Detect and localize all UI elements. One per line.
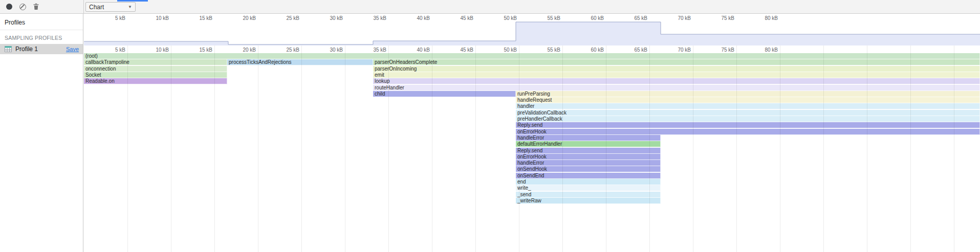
frame-label: routeHandler: [375, 85, 404, 90]
ruler-tick-label: 75 kB: [721, 15, 734, 21]
chevron-down-icon: ▼: [128, 5, 132, 9]
ruler-tick-label: 65 kB: [634, 15, 647, 21]
frame-label: handleError: [517, 135, 544, 141]
frame-label: Reply.send: [517, 122, 542, 128]
flame-frame[interactable]: _send: [516, 192, 661, 198]
flame-frame[interactable]: defaultErrorHandler: [516, 141, 661, 147]
frame-label: handler: [517, 103, 534, 109]
frame-label: onErrorHook: [517, 129, 547, 134]
flame-frame[interactable]: handleError: [516, 135, 661, 141]
ruler-tick-label: 40 kB: [417, 47, 430, 53]
sidebar-title: Profiles: [0, 14, 83, 30]
flame-frame[interactable]: onconnection: [84, 66, 227, 72]
profile-list-item[interactable]: Profile 1 Save: [0, 44, 83, 54]
flame-frame[interactable]: callbackTrampoline: [84, 59, 227, 65]
frame-label: lookup: [375, 78, 389, 84]
ruler-tick-label: 65 kB: [634, 47, 647, 53]
heap-profile-icon: [4, 45, 12, 53]
memory-overview[interactable]: 5 kB10 kB15 kB20 kB25 kB30 kB35 kB40 kB4…: [84, 14, 980, 45]
frame-label: processTicksAndRejections: [229, 59, 291, 65]
frame-label: Socket: [85, 72, 101, 78]
ruler-tick-label: 30 kB: [330, 47, 343, 53]
flame-frame[interactable]: processTicksAndRejections: [227, 59, 373, 65]
delete-profile-button[interactable]: [29, 1, 42, 13]
flame-frame[interactable]: handleRequest: [516, 97, 980, 103]
frame-label: parserOnIncoming: [375, 66, 417, 72]
ruler-tick-label: 70 kB: [678, 15, 691, 21]
flame-frame[interactable]: onErrorHook: [516, 154, 661, 160]
frame-label: end: [517, 179, 526, 185]
frame-label: _send: [517, 192, 531, 197]
frame-label: (root): [85, 53, 98, 59]
frame-label: preValidationCallback: [517, 110, 567, 116]
profile-name: Profile 1: [15, 45, 38, 53]
flame-frame[interactable]: emit: [373, 72, 980, 78]
flame-frame[interactable]: parserOnIncoming: [373, 66, 980, 72]
ruler-tick-label: 35 kB: [373, 15, 386, 21]
frame-label: child: [375, 91, 385, 97]
profiles-sidebar: Profiles SAMPLING PROFILES Profile 1 Sav…: [0, 14, 83, 252]
flame-frame[interactable]: onErrorHook: [516, 129, 980, 135]
ruler-tick-label: 10 kB: [156, 47, 169, 53]
flame-frame[interactable]: preHandlerCallback: [516, 116, 980, 122]
overview-ruler: 5 kB10 kB15 kB20 kB25 kB30 kB35 kB40 kB4…: [84, 14, 980, 21]
frame-label: Reply.send: [517, 148, 542, 153]
ruler-tick-label: 15 kB: [199, 47, 212, 53]
ruler-tick-label: 10 kB: [156, 15, 169, 21]
flame-frame[interactable]: parserOnHeadersComplete: [373, 59, 980, 65]
flame-frame[interactable]: lookup: [373, 78, 980, 84]
flame-frame[interactable]: onSendEnd: [516, 173, 661, 179]
ruler-tick-label: 80 kB: [765, 15, 778, 21]
ruler-tick-label: 15 kB: [199, 15, 212, 21]
ruler-tick-label: 25 kB: [286, 15, 299, 21]
record-heap-profile-button[interactable]: [3, 1, 16, 13]
ruler-tick-label: 60 kB: [591, 47, 604, 53]
frame-label: preHandlerCallback: [517, 116, 562, 122]
frame-label: write_: [517, 185, 531, 191]
ruler-tick-label: 60 kB: [591, 15, 604, 21]
frame-label: runPreParsing: [517, 91, 550, 97]
frame-label: onconnection: [85, 66, 116, 72]
ruler-tick-label: 75 kB: [721, 47, 734, 53]
flame-frame[interactable]: Socket: [84, 72, 227, 78]
ruler-tick-label: 30 kB: [330, 15, 343, 21]
flame-frame[interactable]: routeHandler: [373, 85, 980, 91]
frame-label: emit: [375, 72, 384, 78]
frame-label: handleRequest: [517, 97, 552, 103]
ruler-tick-label: 50 kB: [504, 47, 517, 53]
view-mode-value: Chart: [89, 4, 104, 11]
toolbar-separator: [83, 0, 84, 14]
flame-frame[interactable]: end: [516, 179, 661, 185]
flame-frame[interactable]: preValidationCallback: [516, 110, 980, 116]
flame-frame[interactable]: Readable.on: [84, 78, 227, 84]
frame-label: onErrorHook: [517, 154, 547, 159]
frame-label: defaultErrorHandler: [517, 141, 562, 147]
flame-frame[interactable]: handleError: [516, 160, 661, 166]
save-profile-link[interactable]: Save: [66, 46, 79, 52]
flame-frame[interactable]: onSendHook: [516, 166, 661, 172]
flame-frame[interactable]: Reply.send: [516, 122, 980, 128]
flame-ruler: 5 kB10 kB15 kB20 kB25 kB30 kB35 kB40 kB4…: [84, 45, 980, 53]
flame-frame[interactable]: child: [373, 91, 516, 97]
frame-label: _writeRaw: [517, 198, 541, 203]
clear-all-profiles-button[interactable]: [16, 1, 29, 13]
flame-frame[interactable]: _writeRaw: [516, 198, 661, 204]
sampling-profiles-section-label: SAMPLING PROFILES: [0, 30, 83, 44]
devtools-memory-panel: Chart ▼ Profiles SAMPLING PROFILES Profi…: [0, 0, 980, 252]
flame-rows: (root)callbackTrampolineprocessTicksAndR…: [84, 53, 980, 252]
record-icon: [6, 4, 12, 10]
flame-frame[interactable]: runPreParsing: [516, 91, 980, 97]
toolbar: Chart ▼: [0, 0, 980, 14]
view-mode-select[interactable]: Chart ▼: [85, 2, 136, 12]
ruler-tick-label: 70 kB: [678, 47, 691, 53]
flame-frame[interactable]: Reply.send: [516, 148, 661, 154]
flame-frame[interactable]: (root): [84, 53, 980, 59]
frame-label: onSendEnd: [517, 173, 544, 178]
clear-profiles-icon: [19, 4, 26, 10]
flame-frame[interactable]: handler: [516, 103, 980, 109]
trash-icon: [33, 3, 39, 10]
frame-label: callbackTrampoline: [85, 59, 129, 65]
flame-frame[interactable]: write_: [516, 185, 661, 191]
frame-label: onSendHook: [517, 166, 547, 172]
ruler-tick-label: 45 kB: [460, 47, 473, 53]
